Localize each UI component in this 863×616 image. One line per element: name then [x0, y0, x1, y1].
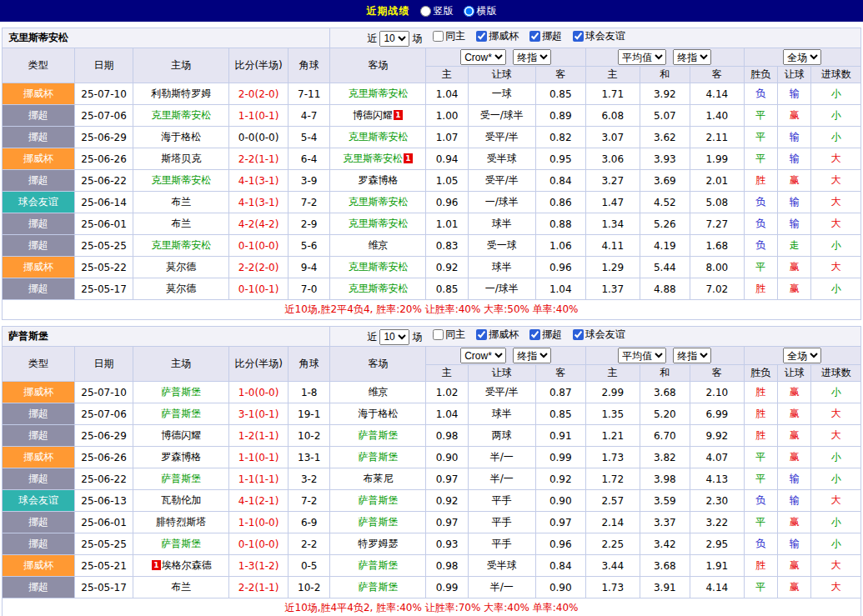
- team-link: 布莱尼: [363, 473, 393, 484]
- corner-cell: 7-0: [288, 278, 329, 300]
- matches-label: 场: [412, 331, 422, 343]
- league-type-cell: 挪威杯: [3, 148, 75, 170]
- eu-away-odds-cell: 1.91: [690, 555, 745, 577]
- ah-line-cell: 一/球半: [468, 278, 535, 300]
- col-eu-home: 主: [586, 67, 640, 83]
- goals-result-cell: 小: [811, 468, 861, 490]
- score-cell: 0-1(0-0): [229, 235, 289, 257]
- match-row: 挪超25-06-01腓特烈斯塔1-1(0-0)6-9萨普斯堡0.97平手0.97…: [3, 512, 861, 533]
- ah-line-cell: 平手: [468, 490, 535, 512]
- eu-away-odds-cell: 7.27: [690, 213, 745, 235]
- ah-away-odds-cell: 0.96: [535, 257, 586, 278]
- ah-company-select[interactable]: Crow*: [460, 49, 506, 65]
- home-team-cell: 博德闪耀: [133, 425, 229, 447]
- layout-vertical-option[interactable]: 竖版: [420, 4, 454, 18]
- ah-company-select[interactable]: Crow*: [460, 348, 506, 363]
- friendly-filter[interactable]: 球会友谊: [573, 29, 625, 43]
- score-cell: 4-1(2-1): [229, 490, 289, 512]
- match-count-select[interactable]: 10: [379, 31, 409, 47]
- match-date-cell: 25-07-10: [74, 83, 133, 105]
- eu-average-select[interactable]: 平均值: [618, 348, 666, 363]
- ah-home-odds-cell: 0.92: [426, 257, 468, 278]
- same-home-checkbox[interactable]: [433, 31, 444, 42]
- ah-final-select[interactable]: 终指: [513, 49, 551, 65]
- match-row: 挪威杯25-07-10利勒斯特罗姆2-0(2-0)7-11克里斯蒂安松1.04一…: [3, 83, 861, 105]
- corner-cell: 9-4: [288, 257, 329, 278]
- norway-cup-checkbox[interactable]: [476, 31, 487, 42]
- goals-result-cell: 小: [811, 447, 861, 468]
- col-home: 主场: [133, 347, 229, 382]
- away-team-cell: 萨普斯堡: [330, 447, 426, 468]
- score-cell: 1-1(1-1): [229, 468, 289, 490]
- handicap-result-cell: 赢: [777, 105, 810, 127]
- eu-home-odds-cell: 2.14: [586, 512, 640, 533]
- col-eu-home: 主: [586, 365, 640, 382]
- norway-cup-checkbox[interactable]: [476, 329, 487, 340]
- eu-draw-odds-cell: 3.62: [640, 127, 690, 148]
- ah-home-odds-cell: 0.97: [426, 512, 468, 533]
- team-link: 萨普斯堡: [358, 429, 398, 441]
- league-type-cell: 挪威杯: [3, 83, 75, 105]
- eu-away-odds-cell: 6.99: [690, 403, 745, 425]
- team-link: 克里斯蒂安松: [343, 153, 403, 164]
- league-type-cell: 挪超: [3, 170, 75, 192]
- match-count-select[interactable]: 10: [379, 329, 409, 345]
- ah-line-cell: 受半球: [468, 148, 535, 170]
- odds-controls-row: 类型 日期 主场 比分(半场) 角球 客场 Crow*终指 平均值终指 全场: [3, 347, 861, 365]
- ah-line-cell: 平手: [468, 533, 535, 555]
- eu-final-select[interactable]: 终指: [673, 49, 711, 65]
- away-team-cell: 克里斯蒂安松: [330, 192, 426, 213]
- eu-draw-odds-cell: 3.91: [640, 577, 690, 598]
- ah-line-cell: 半/一: [468, 577, 535, 598]
- eu-average-select[interactable]: 平均值: [618, 49, 666, 65]
- friendly-checkbox[interactable]: [573, 31, 584, 42]
- filters-bar: 近10场 同主 挪威杯 挪超 球会友谊: [330, 327, 861, 347]
- away-team-cell: 维京: [330, 235, 426, 257]
- ah-away-odds-cell: 0.97: [535, 512, 586, 533]
- eu-final-select[interactable]: 终指: [673, 348, 711, 363]
- match-date-cell: 25-05-21: [74, 555, 133, 577]
- same-home-checkbox[interactable]: [433, 329, 444, 340]
- norway-cup-filter[interactable]: 挪威杯: [476, 29, 519, 43]
- score-cell: 1-1(0-1): [229, 105, 289, 127]
- team-link: 萨普斯堡: [358, 559, 398, 571]
- league-type-cell: 挪超: [3, 278, 75, 300]
- score-cell: 4-1(3-1): [229, 170, 289, 192]
- eu-draw-odds-cell: 3.92: [640, 83, 690, 105]
- eliteserien-filter[interactable]: 挪超: [529, 328, 562, 342]
- team-link: 萨普斯堡: [358, 451, 398, 463]
- horizontal-radio[interactable]: [464, 6, 474, 17]
- layout-horizontal-option[interactable]: 横版: [464, 4, 497, 18]
- handicap-result-cell: 赢: [777, 577, 810, 598]
- match-date-cell: 25-07-06: [74, 105, 133, 127]
- eu-home-odds-cell: 3.07: [586, 127, 640, 148]
- norway-cup-filter[interactable]: 挪威杯: [476, 328, 519, 342]
- away-team-cell: 罗森博格: [330, 170, 426, 192]
- ah-away-odds-cell: 0.90: [535, 577, 586, 598]
- fulltime-select[interactable]: 全场: [783, 49, 821, 65]
- home-team-cell: 克里斯蒂安松: [133, 235, 229, 257]
- eliteserien-checkbox[interactable]: [529, 31, 540, 42]
- match-row: 挪威杯25-06-26罗森博格1-1(0-1)13-1萨普斯堡0.90半/一0.…: [3, 447, 861, 468]
- league-type-cell: 挪超: [3, 425, 75, 447]
- friendly-checkbox[interactable]: [573, 329, 584, 340]
- ah-line-cell: 球半: [468, 403, 535, 425]
- same-home-filter[interactable]: 同主: [433, 328, 465, 342]
- fulltime-select[interactable]: 全场: [783, 348, 821, 363]
- friendly-filter[interactable]: 球会友谊: [573, 328, 625, 342]
- eu-away-odds-cell: 7.02: [690, 278, 745, 300]
- vertical-radio[interactable]: [420, 6, 431, 17]
- match-row: 挪威杯25-05-211埃格尔森德1-3(1-2)0-5萨普斯堡0.98受半球0…: [3, 555, 861, 577]
- eu-home-odds-cell: 6.08: [586, 105, 640, 127]
- eliteserien-filter[interactable]: 挪超: [529, 29, 562, 43]
- eliteserien-checkbox[interactable]: [529, 329, 540, 340]
- eu-away-odds-cell: 4.14: [690, 83, 745, 105]
- away-team-cell: 特罗姆瑟: [330, 533, 426, 555]
- team-link: 萨普斯堡: [161, 386, 201, 398]
- ah-final-select[interactable]: 终指: [513, 348, 551, 363]
- match-row: 挪威杯25-06-26斯塔贝克2-2(1-1)6-4克里斯蒂安松10.94受半球…: [3, 148, 861, 170]
- same-home-filter[interactable]: 同主: [433, 29, 465, 43]
- ah-line-cell: 球半: [468, 213, 535, 235]
- eu-draw-odds-cell: 3.68: [640, 555, 690, 577]
- team-link: 萨普斯堡: [358, 494, 398, 506]
